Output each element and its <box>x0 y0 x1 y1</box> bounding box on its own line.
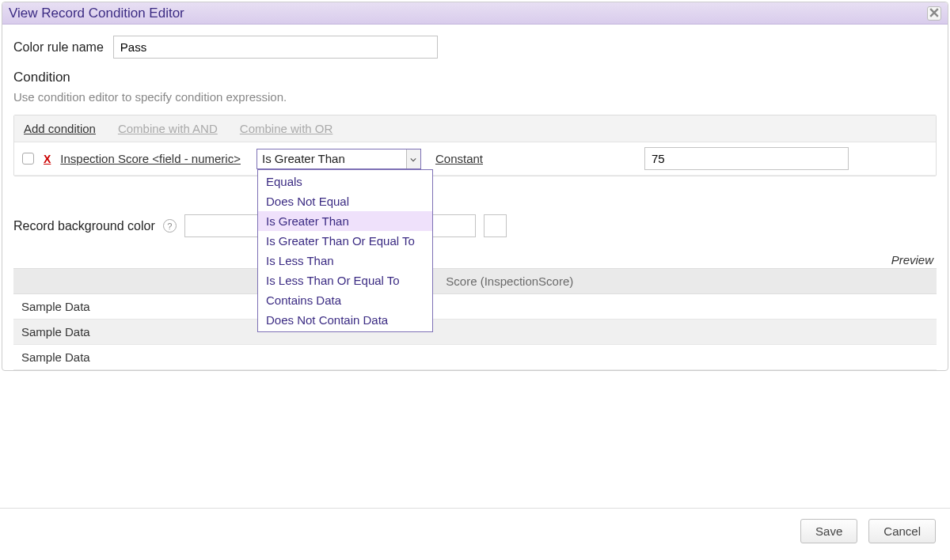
preview-row: Sample Data <box>13 320 937 345</box>
close-icon <box>929 6 939 20</box>
operator-option[interactable]: Equals <box>258 172 432 191</box>
operator-value: Is Greater Than <box>262 149 345 168</box>
color-swatch[interactable] <box>484 214 507 237</box>
value-input[interactable] <box>644 147 849 170</box>
field-selector[interactable]: Inspection Score <field - numeric> <box>60 152 241 165</box>
operator-option[interactable]: Is Greater Than Or Equal To <box>258 231 432 251</box>
operator-combobox[interactable]: Is Greater Than Equals Does Not Equal Is… <box>256 149 421 169</box>
preview-col-1: Score (InspectionScore) <box>438 269 937 294</box>
delete-row-button[interactable]: X <box>44 153 51 165</box>
preview-row: Sample Data <box>13 294 937 320</box>
condition-subtext: Use condition editor to specify conditio… <box>13 90 937 104</box>
dialog-title: View Record Condition Editor <box>9 6 927 21</box>
operator-option[interactable]: Does Not Equal <box>258 191 432 211</box>
condition-row: X Inspection Score <field - numeric> Is … <box>14 142 936 176</box>
help-icon[interactable]: ? <box>163 219 177 233</box>
operand-type-selector[interactable]: Constant <box>435 152 483 165</box>
preview-cell <box>438 294 937 320</box>
close-button[interactable] <box>927 6 941 21</box>
preview-cell <box>438 320 937 345</box>
combine-and-link: Combine with AND <box>118 122 218 135</box>
operator-option[interactable]: Does Not Contain Data <box>258 310 432 330</box>
combine-or-link: Combine with OR <box>240 122 333 135</box>
dialog-titlebar: View Record Condition Editor <box>2 2 948 25</box>
preview-cell <box>438 345 937 370</box>
add-condition-link[interactable]: Add condition <box>24 122 96 135</box>
operator-option[interactable]: Is Less Than Or Equal To <box>258 271 432 290</box>
rule-name-label: Color rule name <box>13 40 104 55</box>
rule-name-input[interactable] <box>113 36 438 59</box>
condition-editor-dialog: View Record Condition Editor Color rule … <box>2 2 948 371</box>
preview-table: Score (InspectionScore) Sample Data Samp… <box>13 268 937 370</box>
preview-cell: Sample Data <box>13 345 438 370</box>
condition-heading: Condition <box>13 70 937 85</box>
operator-dropdown: Equals Does Not Equal Is Greater Than Is… <box>257 169 433 332</box>
operator-option[interactable]: Is Less Than <box>258 251 432 271</box>
condition-toolbar: Add condition Combine with AND Combine w… <box>14 115 936 142</box>
operator-dropdown-button[interactable] <box>406 149 420 168</box>
operator-option[interactable]: Is Greater Than <box>258 211 432 231</box>
save-button[interactable]: Save <box>800 519 857 543</box>
dialog-footer: Save Cancel <box>800 519 936 543</box>
operator-option[interactable]: Contains Data <box>258 290 432 310</box>
preview-label: Preview <box>13 253 937 267</box>
preview-row: Sample Data <box>13 345 937 370</box>
condition-editor: Add condition Combine with AND Combine w… <box>13 115 937 176</box>
bgcolor-label: Record background color <box>13 219 155 233</box>
chevron-down-icon <box>410 152 416 165</box>
row-checkbox[interactable] <box>22 153 34 165</box>
footer-separator <box>0 508 950 509</box>
cancel-button[interactable]: Cancel <box>868 519 936 543</box>
